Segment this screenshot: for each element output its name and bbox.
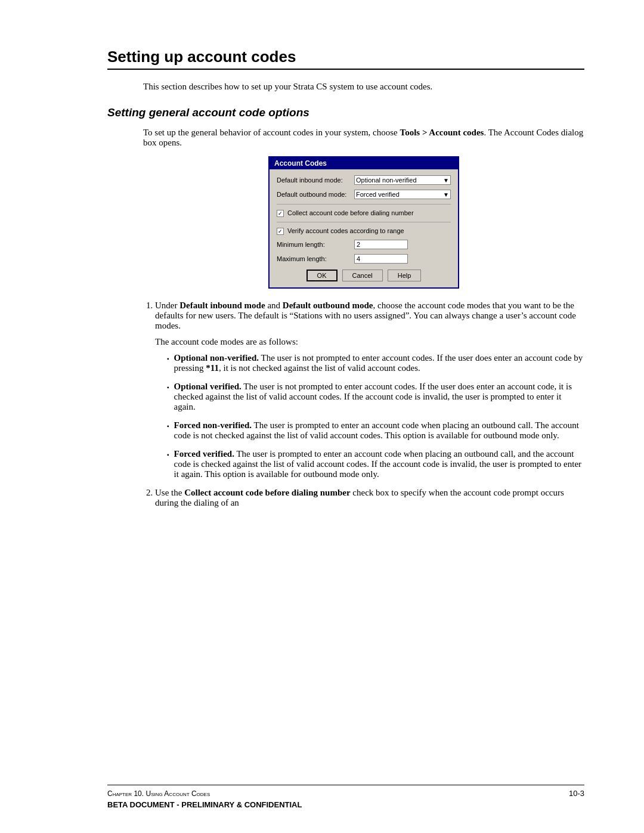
list-item-1-text: Under Default inbound mode and Default o… (155, 301, 576, 330)
list-item-2: Use the Collect account code before dial… (155, 488, 584, 508)
bold-forced-nonverified: Forced non-verified. (174, 420, 252, 430)
dialog-titlebar: Account Codes (270, 157, 458, 169)
page: Setting up account codes This section de… (0, 0, 644, 833)
bullet-marker-3: ▪ (167, 423, 169, 441)
outbound-dropdown-arrow: ▼ (441, 191, 449, 198)
max-input[interactable]: 4 (354, 254, 408, 264)
numbered-list: Under Default inbound mode and Default o… (155, 301, 584, 508)
bullet-item-4: ▪ Forced verified. The user is prompted … (167, 449, 584, 479)
footer-page-num: 10-3 (569, 789, 584, 798)
bold-optional-nonverified: Optional non-verified. (174, 353, 259, 363)
min-length-row: Minimum length: 2 (277, 240, 451, 249)
footer-top-row: Chapter 10. Using Account Codes 10-3 (107, 789, 584, 798)
bullet-marker-4: ▪ (167, 451, 169, 479)
outbound-mode-row: Default outbound mode: Forced verified ▼ (277, 190, 451, 199)
footer-line: Chapter 10. Using Account Codes 10-3 BET… (107, 785, 584, 809)
inbound-mode-row: Default inbound mode: Optional non-verif… (277, 175, 451, 185)
footer-confidential: BETA DOCUMENT - PRELIMINARY & CONFIDENTI… (107, 800, 584, 809)
bold-forced-verified: Forced verified. (174, 449, 234, 459)
account-codes-dialog: Account Codes Default inbound mode: Opti… (268, 156, 459, 289)
help-button[interactable]: Help (388, 270, 422, 281)
setup-paragraph: To set up the general behavior of accoun… (143, 128, 584, 148)
bullet-text-4: Forced verified. The user is prompted to… (174, 449, 584, 479)
checkbox2-label: Verify account codes according to range (287, 227, 404, 234)
bullet-item-3: ▪ Forced non-verified. The user is promp… (167, 420, 584, 441)
bullet-item-1: ▪ Optional non-verified. The user is not… (167, 353, 584, 373)
list-item-1: Under Default inbound mode and Default o… (155, 301, 584, 479)
inbound-value: Optional non-verified (356, 176, 417, 184)
inbound-select[interactable]: Optional non-verified ▼ (354, 175, 451, 185)
bullet-marker-1: ▪ (167, 355, 169, 373)
main-heading: Setting up account codes (107, 48, 584, 70)
bullet-list: ▪ Optional non-verified. The user is not… (167, 353, 584, 479)
checkbox1-row: ✓ Collect account code before dialing nu… (277, 209, 451, 217)
dialog-separator-2 (277, 222, 451, 222)
checkbox1[interactable]: ✓ (277, 210, 284, 217)
bold-default-inbound: Default inbound mode (179, 301, 265, 310)
checkbox1-label: Collect account code before dialing numb… (287, 209, 414, 216)
bullet-text-1: Optional non-verified. The user is not p… (174, 353, 584, 373)
bullet-marker-2: ▪ (167, 384, 169, 412)
dialog-wrapper: Account Codes Default inbound mode: Opti… (143, 156, 584, 289)
inbound-label: Default inbound mode: (277, 176, 354, 184)
list-item-2-text: Use the Collect account code before dial… (155, 488, 564, 507)
inbound-dropdown-arrow: ▼ (441, 177, 449, 184)
bullet-item-2: ▪ Optional verified. The user is not pro… (167, 382, 584, 412)
dialog-content: Default inbound mode: Optional non-verif… (270, 169, 458, 287)
outbound-value: Forced verified (356, 191, 400, 198)
dialog-title: Account Codes (274, 159, 327, 168)
outbound-select[interactable]: Forced verified ▼ (354, 190, 451, 199)
checkbox2-row: ✓ Verify account codes according to rang… (277, 227, 451, 235)
section-body: To set up the general behavior of accoun… (107, 128, 584, 508)
follows-paragraph: The account code modes are as follows: (155, 337, 584, 347)
ok-button[interactable]: OK (306, 270, 338, 281)
min-input[interactable]: 2 (354, 240, 408, 249)
bold-star11: *11 (206, 363, 219, 373)
bold-collect-checkbox: Collect account code before dialing numb… (184, 488, 350, 497)
footer-chapter: Chapter 10. Using Account Codes (107, 789, 210, 798)
intro-paragraph: This section describes how to set up you… (107, 82, 584, 92)
min-label: Minimum length: (277, 241, 354, 248)
cancel-button[interactable]: Cancel (342, 270, 383, 281)
checkbox2[interactable]: ✓ (277, 228, 284, 235)
setup-bold-1: Tools > Account codes (400, 128, 484, 137)
bold-optional-verified: Optional verified. (174, 382, 242, 391)
outbound-label: Default outbound mode: (277, 191, 354, 198)
max-label: Maximum length: (277, 255, 354, 262)
bullet-text-3: Forced non-verified. The user is prompte… (174, 420, 584, 441)
sub-heading: Setting general account code options (107, 106, 584, 119)
dialog-buttons: OK Cancel Help (277, 270, 451, 281)
max-length-row: Maximum length: 4 (277, 254, 451, 264)
setup-text-1: To set up the general behavior of accoun… (143, 128, 400, 137)
bullet-text-2: Optional verified. The user is not promp… (174, 382, 584, 412)
bold-default-outbound: Default outbound mode (283, 301, 373, 310)
dialog-separator-1 (277, 204, 451, 205)
page-footer: Chapter 10. Using Account Codes 10-3 BET… (0, 785, 644, 809)
